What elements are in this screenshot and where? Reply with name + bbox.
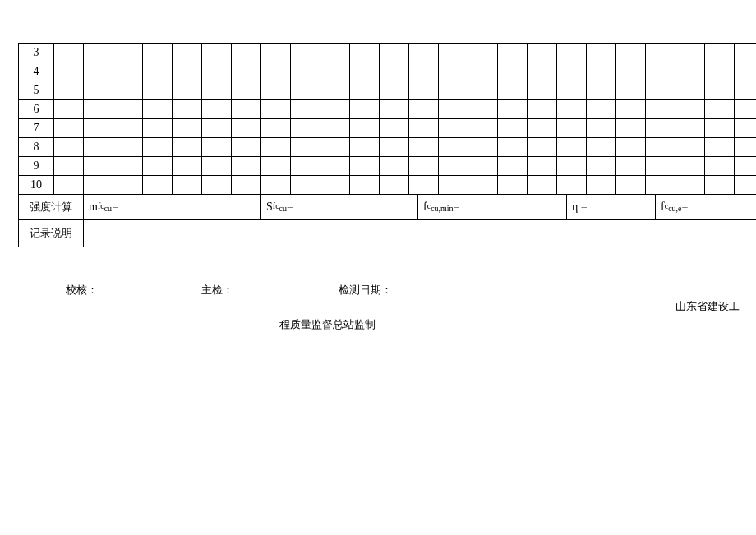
cell: [557, 176, 587, 194]
record-note-content: [84, 220, 756, 247]
cell: [84, 157, 113, 175]
cell: [143, 157, 173, 175]
cell: [84, 62, 113, 81]
cell: [350, 62, 380, 81]
cell: [143, 62, 173, 81]
cell: [705, 138, 735, 156]
cell: [528, 81, 557, 99]
cell: [261, 119, 291, 137]
cell: [616, 119, 646, 137]
cell: [528, 62, 557, 81]
table-row: 10: [19, 176, 756, 195]
cell: [143, 81, 173, 99]
cell: [587, 44, 616, 62]
cell: [320, 62, 350, 81]
cell: [291, 157, 320, 175]
cell: [616, 100, 646, 118]
cell: [350, 44, 380, 62]
cell: [646, 81, 675, 99]
cell: [675, 81, 705, 99]
cell: [439, 176, 468, 194]
cell: [439, 44, 468, 62]
cell: [84, 176, 113, 194]
cell: [202, 176, 232, 194]
org-text-right: 山东省建设工: [675, 297, 740, 316]
cell: [468, 138, 498, 156]
cell: [409, 157, 439, 175]
cell: [113, 81, 143, 99]
cell: [143, 176, 173, 194]
cell: [409, 138, 439, 156]
organization-line: 山东省建设工 程质量监督总站监制: [279, 297, 748, 334]
checker-label: 校核：: [66, 283, 98, 297]
cell: [291, 81, 320, 99]
cell: [173, 176, 202, 194]
table-row: 5: [19, 81, 756, 100]
cell: [350, 138, 380, 156]
cell: [261, 44, 291, 62]
row-number: 7: [19, 119, 54, 137]
cell: [84, 138, 113, 156]
cell: [705, 176, 735, 194]
cell: [113, 157, 143, 175]
cell: [54, 100, 84, 118]
cell: [616, 44, 646, 62]
table-row: 4: [19, 62, 756, 81]
cell: [291, 62, 320, 81]
cell: [232, 176, 261, 194]
cell: [143, 119, 173, 137]
cell: [350, 157, 380, 175]
cell: [675, 100, 705, 118]
cell: [498, 44, 528, 62]
cell: [54, 81, 84, 99]
cell: [675, 62, 705, 81]
cell: [675, 119, 705, 137]
cell: [291, 176, 320, 194]
cell: [380, 62, 409, 81]
cell: [380, 44, 409, 62]
footer-signatures: 校核： 主检： 检测日期：: [18, 283, 740, 297]
cell: [557, 44, 587, 62]
cell: [646, 119, 675, 137]
cell: [705, 81, 735, 99]
cell: [439, 138, 468, 156]
row-number: 5: [19, 81, 54, 99]
cell: [528, 176, 557, 194]
cell: [202, 81, 232, 99]
cell: [54, 44, 84, 62]
row-number: 4: [19, 62, 54, 81]
cell: [468, 157, 498, 175]
cell: [202, 119, 232, 137]
cell: [705, 100, 735, 118]
cell: [498, 100, 528, 118]
cell: [409, 62, 439, 81]
cell: [705, 44, 735, 62]
cell: [409, 176, 439, 194]
cell: [587, 119, 616, 137]
cell: [468, 44, 498, 62]
cell: [202, 62, 232, 81]
record-note-label: 记录说明: [19, 220, 84, 247]
cell: [439, 119, 468, 137]
cell: [320, 44, 350, 62]
cell: [113, 100, 143, 118]
cell: [705, 119, 735, 137]
cell: [173, 138, 202, 156]
cell: [409, 81, 439, 99]
cell: [320, 81, 350, 99]
cell: [380, 157, 409, 175]
cell: [468, 100, 498, 118]
cell: [202, 138, 232, 156]
cell: [498, 157, 528, 175]
cell: [439, 157, 468, 175]
cell: [232, 138, 261, 156]
row-number: 3: [19, 44, 54, 62]
cell: [380, 100, 409, 118]
cell: [616, 157, 646, 175]
cell: [587, 62, 616, 81]
cell: [528, 157, 557, 175]
cell: [380, 81, 409, 99]
cell: [587, 100, 616, 118]
cell: [291, 119, 320, 137]
cell: [84, 100, 113, 118]
